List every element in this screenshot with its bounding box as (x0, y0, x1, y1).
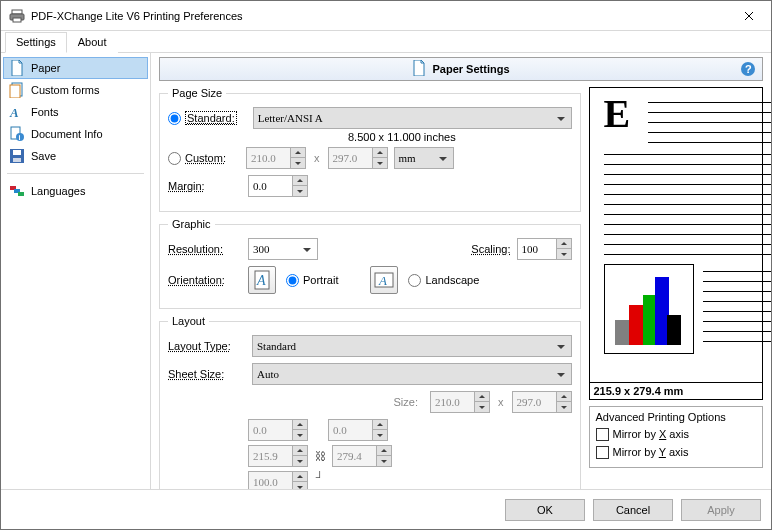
sidebar-label: Paper (31, 62, 60, 74)
dialog-buttons: OK Cancel Apply (1, 489, 771, 529)
save-icon (9, 148, 25, 164)
spin-size-w: 210.0 (430, 391, 490, 413)
radio-custom-input[interactable] (168, 152, 181, 165)
landscape-icon[interactable]: A (370, 266, 398, 294)
svg-rect-0 (12, 10, 22, 14)
legend-layout: Layout (168, 315, 209, 327)
spin-custom-w[interactable]: 210.0 (246, 147, 306, 169)
spin-custom-h[interactable]: 297.0 (328, 147, 388, 169)
radio-portrait[interactable]: Portrait (286, 274, 338, 287)
combo-sheet-size[interactable]: Auto (252, 363, 572, 385)
fonts-icon: A (9, 104, 25, 120)
radio-custom[interactable]: Custom: (168, 152, 240, 165)
sidebar-label: Save (31, 150, 56, 162)
group-page-size: Page Size Standard: Letter/ANSI A 8.500 … (159, 87, 581, 212)
svg-text:A: A (378, 273, 387, 288)
sidebar-item-document-info[interactable]: i Document Info (3, 123, 148, 145)
svg-rect-14 (18, 192, 24, 196)
tab-about[interactable]: About (67, 32, 118, 53)
spin-size-h: 297.0 (512, 391, 572, 413)
combo-resolution[interactable]: 300 (248, 238, 318, 260)
label-margin: Margin: (168, 180, 242, 192)
spin-margin[interactable]: 0.0 (248, 175, 308, 197)
spin-scaling[interactable]: 100 (517, 238, 572, 260)
svg-rect-2 (13, 18, 21, 22)
svg-rect-21 (615, 320, 629, 345)
combo-unit[interactable]: mm (394, 147, 454, 169)
checkbox-box[interactable] (596, 446, 609, 459)
svg-rect-11 (13, 158, 21, 162)
pane-header-icon (412, 60, 426, 78)
docinfo-icon: i (9, 126, 25, 142)
x-sep: x (312, 152, 322, 164)
window-title: PDF-XChange Lite V6 Printing Preferences (31, 10, 726, 22)
combo-standard-size[interactable]: Letter/ANSI A (253, 107, 572, 129)
label-layout-type: Layout Type: (168, 340, 246, 352)
pane-title: Paper Settings (432, 63, 509, 75)
sidebar-item-custom-forms[interactable]: Custom forms (3, 79, 148, 101)
window-root: PDF-XChange Lite V6 Printing Preferences… (0, 0, 772, 530)
legend-graphic: Graphic (168, 218, 215, 230)
spin-dim-w: 215.9 (248, 445, 308, 467)
forms-icon (9, 82, 25, 98)
preview-chart-icon (604, 264, 694, 354)
apply-button[interactable]: Apply (681, 499, 761, 521)
page-preview: E (589, 87, 764, 383)
radio-standard-input[interactable] (168, 112, 181, 125)
svg-text:?: ? (745, 63, 752, 75)
sidebar-item-save[interactable]: Save (3, 145, 148, 167)
link-icon: ⛓ (312, 450, 328, 462)
svg-text:A: A (9, 105, 19, 120)
radio-custom-label: Custom: (185, 152, 226, 164)
group-graphic: Graphic Resolution: 300 Scaling: 100 Ori… (159, 218, 581, 309)
sidebar-item-paper[interactable]: Paper (3, 57, 148, 79)
sidebar-label: Fonts (31, 106, 59, 118)
sidebar-label: Custom forms (31, 84, 99, 96)
radio-landscape[interactable]: Landscape (408, 274, 479, 287)
tab-settings[interactable]: Settings (5, 32, 67, 53)
printer-icon (9, 8, 25, 24)
svg-rect-4 (10, 85, 20, 98)
checkbox-mirror-x[interactable]: Mirror by X axis (596, 425, 757, 443)
label-scaling: Scaling: (471, 243, 510, 255)
svg-rect-22 (629, 305, 643, 345)
help-icon[interactable]: ? (740, 61, 756, 77)
portrait-icon[interactable]: A (248, 266, 276, 294)
svg-text:i: i (19, 134, 21, 141)
combo-layout-type[interactable]: Standard (252, 335, 572, 357)
link-icon-2: ┘ (312, 471, 328, 483)
label-size: Size: (168, 396, 424, 408)
svg-rect-23 (643, 295, 657, 345)
svg-rect-24 (655, 277, 669, 345)
radio-standard-label: Standard: (185, 111, 237, 125)
sidebar: Paper Custom forms A Fonts i Document In… (1, 53, 151, 489)
checkbox-box[interactable] (596, 428, 609, 441)
sidebar-label: Document Info (31, 128, 103, 140)
group-layout: Layout Layout Type: Standard Sheet Size:… (159, 315, 581, 489)
preview-letter-e: E (604, 90, 631, 137)
label-sheet-size: Sheet Size: (168, 368, 246, 380)
sidebar-divider (7, 173, 144, 174)
svg-rect-10 (13, 150, 21, 155)
close-button[interactable] (726, 1, 771, 30)
group-advanced: Advanced Printing Options Mirror by X ax… (589, 406, 764, 468)
languages-icon (9, 183, 25, 199)
sidebar-label: Languages (31, 185, 85, 197)
top-tabs: Settings About (1, 31, 771, 53)
spin-scale: 100.0 (248, 471, 308, 489)
ok-button[interactable]: OK (505, 499, 585, 521)
label-orientation: Orientation: (168, 274, 242, 286)
paper-icon (9, 60, 25, 76)
legend-advanced: Advanced Printing Options (596, 411, 757, 423)
svg-text:A: A (256, 273, 266, 288)
cancel-button[interactable]: Cancel (593, 499, 673, 521)
radio-standard[interactable]: Standard: (168, 111, 237, 125)
sidebar-item-fonts[interactable]: A Fonts (3, 101, 148, 123)
standard-dims-text: 8.500 x 11.000 inches (348, 131, 572, 143)
svg-rect-25 (667, 315, 681, 345)
pane-header: Paper Settings ? (159, 57, 763, 81)
checkbox-mirror-y[interactable]: Mirror by Y axis (596, 443, 757, 461)
legend-page-size: Page Size (168, 87, 226, 99)
spin-dim-h: 279.4 (332, 445, 392, 467)
sidebar-item-languages[interactable]: Languages (3, 180, 148, 202)
